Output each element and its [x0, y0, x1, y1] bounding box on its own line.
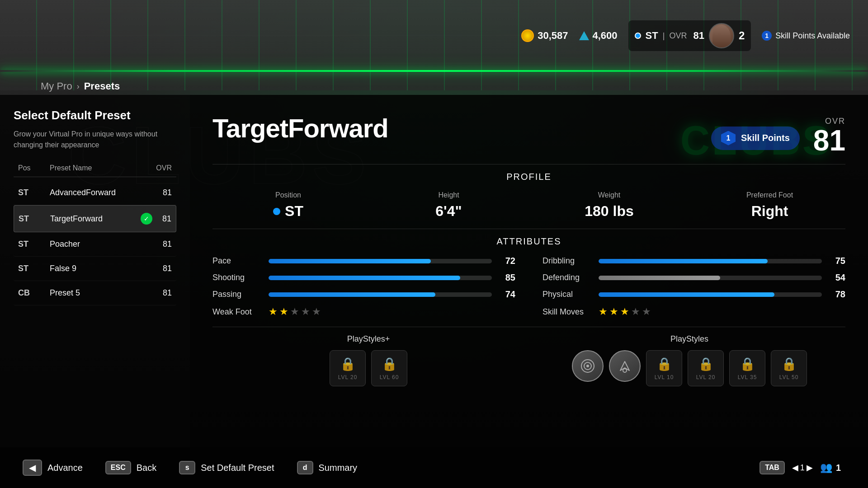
preset-table-header: Pos Preset Name OVR	[14, 164, 176, 177]
preset-ovr: 81	[136, 239, 172, 249]
preset-pos: CB	[18, 288, 50, 298]
player-avatar	[709, 23, 734, 48]
target-icon	[580, 358, 596, 374]
arrow-icon	[617, 358, 633, 374]
attr-physical-value: 78	[828, 289, 845, 300]
check-icon: ✓	[141, 213, 152, 225]
action-advance[interactable]: ◀ Advance	[23, 460, 83, 476]
profile-grid: Position ST Height 6'4" Weight 180 lbs P…	[212, 191, 845, 220]
breadcrumb-arrow: ›	[77, 82, 80, 91]
attributes-section-title: Attributes	[212, 236, 845, 247]
preset-row[interactable]: ST AdvancedForward 81	[14, 181, 176, 205]
card-title-block: TargetForward	[212, 113, 388, 143]
action-back[interactable]: ESC Back	[105, 461, 156, 474]
preset-row[interactable]: ST False 9 81	[14, 257, 176, 281]
weight-value: 180 lbs	[533, 203, 685, 220]
preset-pos: ST	[18, 239, 50, 249]
playstyle-lvl: LVL 20	[338, 374, 358, 380]
tab-nav-arrows: ◀ 1 ▶	[792, 463, 813, 473]
ovr-label-hud: OVR	[669, 31, 687, 41]
currency-gold: 30,587	[521, 29, 568, 42]
lock-icon: 🔒	[698, 357, 714, 371]
action-set-default[interactable]: s Set Default Preset	[179, 461, 274, 474]
skill-points-text: Skill Points	[741, 133, 790, 143]
attr-skillmoves-label: Skill Moves	[542, 307, 592, 317]
preset-row[interactable]: ST Poacher 81	[14, 232, 176, 257]
divider-1	[212, 164, 845, 164]
playstyles-title: PlayStyles	[533, 334, 845, 344]
star-1: ★	[269, 306, 278, 318]
attr-physical: Physical 78	[542, 289, 845, 300]
preset-row[interactable]: CB Preset 5 81	[14, 281, 176, 305]
profile-height: Height 6'4"	[373, 191, 524, 220]
set-default-label: Set Default Preset	[201, 463, 274, 473]
playstyle-lvl: LVL 60	[380, 374, 399, 380]
playstyle-icon-target	[572, 350, 604, 382]
attr-shooting-label: Shooting	[212, 273, 262, 282]
preset-pos: ST	[19, 214, 50, 224]
skill-points-hud: 1 Skill Points Available	[762, 31, 850, 41]
preset-ovr: 81	[136, 264, 172, 273]
profile-weight: Weight 180 lbs	[533, 191, 685, 220]
left-panel: Select Default Preset Grow your Virtual …	[0, 95, 190, 447]
preset-name: Poacher	[50, 239, 136, 249]
attr-shooting-value: 85	[498, 272, 515, 283]
people-counter: 👥 1	[820, 462, 841, 474]
player-badge: ST | OVR 81 2	[628, 20, 751, 51]
star-3: ★	[620, 306, 629, 318]
attr-passing-bar	[269, 292, 492, 297]
prev-arrow: ◀	[792, 463, 798, 473]
playstyles-plus-icons: 🔒 LVL 20 🔒 LVL 60	[212, 350, 524, 386]
star-2: ★	[279, 306, 288, 318]
attr-passing-label: Passing	[212, 290, 262, 299]
crystal-amount: 4,600	[593, 30, 618, 42]
attr-pace-value: 72	[498, 256, 515, 266]
profile-section-title: Profile	[212, 172, 845, 182]
attr-dribbling-bar	[599, 259, 822, 263]
ovr-block: OVR 81	[813, 117, 845, 155]
card-header: TargetForward 1 Skill Points OVR 81	[212, 113, 845, 155]
playstyles-block: PlayStyles 🔒 LVL 1	[533, 334, 845, 386]
playstyles-icons: 🔒 LVL 10 🔒 LVL 20 🔒 LVL 35 🔒 LVL 50	[533, 350, 845, 386]
preset-name: TargetForward	[50, 214, 135, 224]
attr-pace-bar	[269, 259, 492, 263]
skill-hex-icon: 1	[721, 131, 736, 145]
svg-point-2	[586, 365, 589, 367]
preset-name: AdvancedForward	[50, 188, 136, 197]
breadcrumb-parent[interactable]: My Pro	[41, 80, 72, 92]
star-5: ★	[642, 306, 651, 318]
attr-passing: Passing 74	[212, 289, 515, 300]
attr-shooting-fill	[269, 276, 460, 280]
preset-ovr: 81	[162, 214, 171, 224]
star-2: ★	[609, 306, 618, 318]
attr-dribbling: Dribbling 75	[542, 256, 845, 266]
preset-pos: ST	[18, 188, 50, 197]
summary-label: Summary	[319, 463, 358, 473]
action-summary[interactable]: d Summary	[297, 461, 358, 474]
attr-pace: Pace 72	[212, 256, 515, 266]
preset-name: Preset 5	[50, 288, 136, 298]
preset-row-active[interactable]: ST TargetForward ✓ 81	[14, 205, 176, 232]
summary-key: d	[297, 461, 313, 474]
playstyle-icon-arrow	[609, 350, 641, 382]
position-label: Position	[212, 191, 364, 199]
preset-name: False 9	[50, 264, 136, 273]
back-key: ESC	[105, 461, 131, 474]
height-value: 6'4"	[373, 203, 524, 220]
player-number: 2	[739, 29, 745, 42]
lock-icon: 🔒	[382, 357, 397, 371]
back-label: Back	[137, 463, 156, 473]
left-panel-title: Select Default Preset	[14, 108, 176, 122]
position-value: ST	[212, 203, 364, 220]
playstyle-icon-locked-2: 🔒 LVL 20	[688, 350, 724, 386]
attr-weakfoot-stars: ★ ★ ★ ★ ★	[269, 306, 321, 318]
active-row-actions: ✓ 81	[135, 213, 171, 225]
divider-3	[212, 327, 845, 327]
set-default-key: s	[179, 461, 195, 474]
playstyles-section: PlayStyles+ 🔒 LVL 20 🔒 LVL 60 PlayStyles	[212, 334, 845, 386]
ovr-separator: |	[663, 31, 665, 41]
tab-key[interactable]: TAB	[760, 461, 785, 474]
profile-foot: Preferred Foot Right	[694, 191, 845, 220]
attr-dribbling-value: 75	[828, 256, 845, 266]
card-header-right: 1 Skill Points OVR 81	[711, 117, 845, 155]
